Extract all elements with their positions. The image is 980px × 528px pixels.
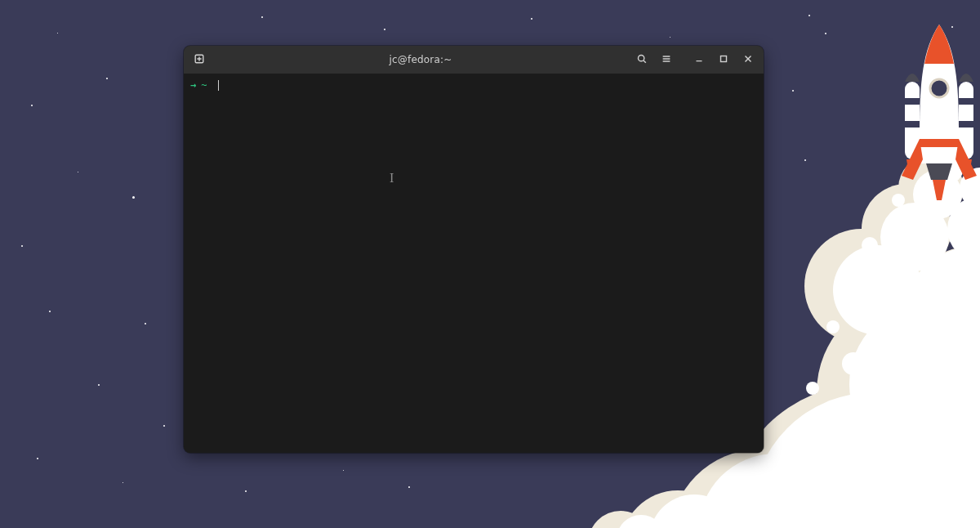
svg-point-10 <box>792 343 980 528</box>
svg-point-18 <box>880 203 949 271</box>
star <box>57 33 58 34</box>
search-icon <box>636 53 648 67</box>
text-cursor <box>218 80 219 91</box>
svg-point-22 <box>784 445 800 462</box>
star <box>122 482 123 483</box>
svg-point-26 <box>862 237 878 253</box>
svg-point-43 <box>638 55 644 60</box>
svg-rect-35 <box>959 98 973 105</box>
svg-point-38 <box>930 79 948 97</box>
svg-point-3 <box>621 490 735 528</box>
star <box>132 196 135 199</box>
svg-line-44 <box>644 60 646 62</box>
svg-point-15 <box>849 302 980 466</box>
star <box>408 486 410 488</box>
svg-point-7 <box>804 229 919 343</box>
star <box>106 78 108 79</box>
new-tab-icon <box>194 53 205 67</box>
star <box>804 159 806 161</box>
svg-point-8 <box>862 184 951 274</box>
close-button[interactable] <box>737 49 759 70</box>
svg-point-12 <box>698 454 853 528</box>
svg-point-21 <box>802 410 831 440</box>
star <box>384 29 385 30</box>
svg-point-0 <box>768 327 980 528</box>
svg-point-13 <box>649 494 739 528</box>
svg-rect-39 <box>920 139 959 147</box>
star <box>49 311 51 312</box>
star <box>343 470 344 471</box>
svg-point-14 <box>617 515 666 528</box>
svg-point-37 <box>930 79 948 97</box>
svg-point-6 <box>882 245 980 441</box>
maximize-icon <box>718 53 729 67</box>
star <box>145 323 146 324</box>
star <box>808 15 810 16</box>
svg-rect-36 <box>959 121 973 128</box>
svg-point-24 <box>842 352 865 375</box>
prompt-arrow: → <box>190 78 196 92</box>
svg-point-16 <box>898 245 980 409</box>
window-title: jc@fedora:~ <box>213 54 628 65</box>
svg-point-20 <box>931 151 964 184</box>
svg-point-25 <box>826 320 840 333</box>
star <box>531 18 532 20</box>
svg-point-5 <box>817 294 980 490</box>
maximize-button[interactable] <box>713 49 734 70</box>
svg-rect-33 <box>905 121 920 128</box>
hamburger-icon <box>661 53 672 67</box>
star <box>31 105 33 106</box>
star <box>245 490 247 492</box>
svg-point-19 <box>913 170 962 219</box>
svg-point-1 <box>727 384 980 528</box>
svg-point-9 <box>898 155 964 221</box>
svg-rect-34 <box>959 82 973 159</box>
menu-button[interactable] <box>656 49 677 70</box>
svg-point-28 <box>806 382 819 395</box>
svg-point-23 <box>737 476 750 489</box>
search-button[interactable] <box>631 49 653 70</box>
star <box>792 90 794 92</box>
star <box>163 425 165 427</box>
star <box>951 26 953 28</box>
titlebar[interactable]: jc@fedora:~ <box>184 46 764 74</box>
svg-rect-49 <box>721 56 727 61</box>
star <box>670 37 670 38</box>
star <box>21 245 23 247</box>
prompt-line: → ~ <box>190 78 757 92</box>
svg-point-30 <box>960 168 980 208</box>
star <box>37 458 38 459</box>
minimize-button[interactable] <box>688 49 710 70</box>
star <box>98 384 100 386</box>
svg-rect-31 <box>905 82 920 159</box>
svg-point-27 <box>892 194 905 207</box>
svg-point-2 <box>670 450 849 528</box>
close-icon <box>742 53 754 67</box>
terminal-body[interactable]: → ~ I <box>184 74 764 453</box>
star <box>78 172 78 172</box>
svg-point-29 <box>947 196 980 262</box>
new-tab-button[interactable] <box>189 49 210 70</box>
prompt-path: ~ <box>201 78 207 92</box>
svg-point-11 <box>751 392 980 528</box>
star <box>825 33 826 34</box>
svg-rect-32 <box>905 98 920 105</box>
minimize-icon <box>693 53 705 67</box>
mouse-ibeam-cursor: I <box>390 172 394 185</box>
svg-point-17 <box>833 245 923 335</box>
svg-point-4 <box>588 511 653 528</box>
terminal-window[interactable]: jc@fedora:~ → <box>184 46 764 453</box>
star <box>261 16 263 18</box>
